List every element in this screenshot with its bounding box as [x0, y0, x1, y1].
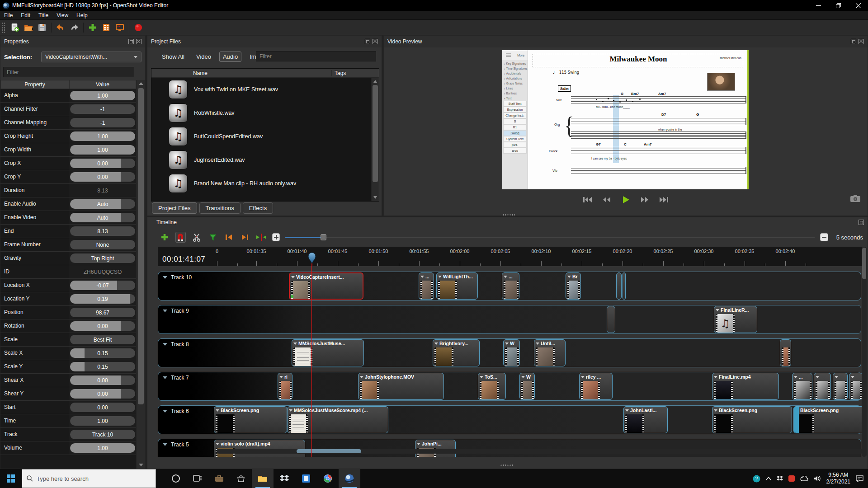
export-video-button[interactable]	[132, 21, 145, 34]
chevron-down-icon[interactable]	[714, 409, 717, 412]
scrollbar-thumb[interactable]	[297, 449, 361, 453]
store-button[interactable]	[230, 469, 252, 488]
clip-finalliner[interactable]: ♫FinalLineR...	[714, 306, 757, 333]
track-track-6[interactable]: Track 6BlackScreen.pngMMSolosJustMuseSco…	[158, 405, 861, 434]
property-value-field[interactable]: 0.00	[69, 319, 136, 333]
chevron-down-icon[interactable]	[714, 376, 717, 378]
close-panel-icon[interactable]	[136, 39, 142, 44]
file-row-brand-new-man-clip-rh-audio-only-wav[interactable]: ♫Brand New Man clip - RH audio only.wav	[151, 172, 379, 195]
palette-text-staff-text[interactable]: Staff Text	[503, 101, 527, 107]
clip-blackscreen-png[interactable]: BlackScreen.png	[214, 406, 287, 433]
dropbox-tray-icon[interactable]	[777, 476, 783, 482]
clip-finalline-mp4[interactable]: FinalLine.mp4	[712, 373, 779, 400]
clip-ri[interactable]: ri	[278, 373, 292, 400]
restore-button[interactable]	[828, 0, 848, 11]
add-marker-button[interactable]	[208, 232, 218, 243]
clip-johnpi[interactable]: JohnPi...	[415, 440, 456, 457]
filter-show-all[interactable]: Show All	[158, 52, 188, 62]
chevron-down-icon[interactable]	[216, 409, 219, 412]
search-input[interactable]	[37, 475, 141, 482]
property-value-field[interactable]: 1.00	[69, 143, 136, 156]
chevron-down-icon[interactable]	[480, 376, 483, 378]
chevron-down-icon[interactable]	[835, 376, 838, 378]
volume-icon[interactable]	[814, 475, 821, 482]
chevron-down-icon[interactable]	[420, 276, 424, 278]
chevron-down-icon[interactable]	[163, 310, 167, 312]
selection-dropdown[interactable]: VideoCaptureInsertWith...	[41, 52, 142, 62]
detach-panel-icon[interactable]	[859, 220, 864, 225]
splitter-handle[interactable]	[500, 464, 513, 466]
next-marker-button[interactable]	[240, 232, 250, 243]
property-value-field[interactable]: Best Fit	[69, 333, 136, 346]
clip-tos[interactable]: ToS...	[478, 373, 506, 400]
taskbar-search[interactable]	[22, 469, 156, 488]
clip-mmsolosjustmuse[interactable]: MMSolosJustMuse...	[292, 339, 364, 366]
previous-marker-button[interactable]	[223, 232, 234, 243]
chevron-down-icon[interactable]	[360, 376, 363, 378]
chevron-down-icon[interactable]	[291, 276, 295, 278]
clip-until[interactable]: Until...	[534, 339, 566, 366]
property-value-field[interactable]: 0.00	[69, 374, 136, 387]
scroll-up-icon[interactable]	[139, 82, 143, 85]
property-value-field[interactable]: 0.00	[69, 401, 136, 414]
property-value-field[interactable]: -0.07	[69, 279, 136, 292]
palette-text-b1[interactable]: B1	[503, 124, 527, 130]
timeline-horizontal-scrollbar[interactable]	[217, 449, 863, 454]
clip-unnamed[interactable]: ...	[792, 373, 812, 400]
chevron-down-icon[interactable]	[279, 376, 283, 378]
chevron-up-icon[interactable]	[766, 477, 771, 480]
clip-unnamed[interactable]	[607, 306, 615, 333]
column-header-value[interactable]: Value	[69, 80, 136, 89]
cortana-button[interactable]	[165, 469, 187, 488]
chevron-down-icon[interactable]	[567, 276, 571, 278]
column-header-tags[interactable]: Tags	[331, 70, 379, 76]
property-value-field[interactable]: 1.00	[69, 130, 136, 143]
palette-text-expression[interactable]: Expression	[503, 107, 527, 113]
chevron-down-icon[interactable]	[163, 343, 167, 346]
scrollbar-thumb[interactable]	[862, 248, 866, 279]
filter-video[interactable]: Video	[193, 52, 215, 62]
fullscreen-button[interactable]	[113, 21, 127, 34]
close-button[interactable]	[848, 0, 868, 11]
zoom-slider[interactable]	[285, 233, 815, 242]
clip-blackscreen-png[interactable]: BlackScreen.png	[712, 406, 792, 433]
property-value-field[interactable]: Auto	[69, 211, 136, 224]
razor-button[interactable]	[191, 232, 202, 243]
track-track-8[interactable]: Track 8MMSolosJustMuse...BrightIvory...W…	[158, 338, 861, 367]
clip-br[interactable]: Br	[566, 272, 581, 300]
palette-item-articulations[interactable]: ▸Articulations	[502, 76, 528, 81]
openshot-button[interactable]	[339, 469, 360, 488]
clip-unnamed[interactable]: ...	[502, 272, 519, 300]
palette-item-accidentals[interactable]: ▸Accidentals	[502, 71, 528, 76]
zoom-slider-handle[interactable]	[321, 234, 326, 240]
property-value-field[interactable]: 0.00	[69, 387, 136, 400]
zoom-in-button[interactable]	[272, 233, 280, 241]
property-value-field[interactable]: -1	[69, 116, 136, 129]
clip-blackscreen-png[interactable]: BlackScreen.png	[793, 406, 862, 433]
redo-button[interactable]	[67, 21, 81, 34]
minimize-button[interactable]	[808, 0, 828, 11]
timeline-vertical-scrollbar[interactable]	[862, 247, 867, 457]
menu-title[interactable]: Title	[34, 11, 52, 19]
clip-johnstylophone-mov[interactable]: JohnStylophone.MOV	[358, 373, 444, 400]
palette-more-button[interactable]: More	[502, 50, 528, 61]
onedrive-icon[interactable]	[800, 476, 808, 481]
tab-effects[interactable]: Effects	[243, 202, 274, 214]
property-value-field[interactable]: Top Right	[69, 252, 136, 265]
project-files-filter-input[interactable]	[256, 51, 376, 61]
video-frame[interactable]: More▸Key Signatures▸Time Signatures▸Acci…	[502, 50, 749, 189]
clip-unnamed[interactable]	[780, 339, 791, 366]
chevron-down-icon[interactable]	[417, 443, 420, 445]
chevron-down-icon[interactable]	[504, 276, 507, 278]
chevron-down-icon[interactable]	[505, 343, 509, 345]
record-badge-icon[interactable]	[788, 475, 795, 482]
track-track-10[interactable]: Track 10VideoCaptureInsert......WillLigh…	[158, 272, 861, 300]
snapshot-camera-icon[interactable]	[850, 195, 860, 204]
new-project-button[interactable]	[8, 21, 22, 34]
zoom-out-button[interactable]	[820, 233, 828, 241]
chevron-down-icon[interactable]	[581, 376, 585, 378]
float-panel-icon[interactable]	[851, 39, 856, 44]
tab-transitions[interactable]: Transitions	[199, 202, 241, 214]
palette-item-barlines[interactable]: ▸Barlines	[502, 91, 528, 96]
open-project-button[interactable]	[22, 21, 35, 34]
